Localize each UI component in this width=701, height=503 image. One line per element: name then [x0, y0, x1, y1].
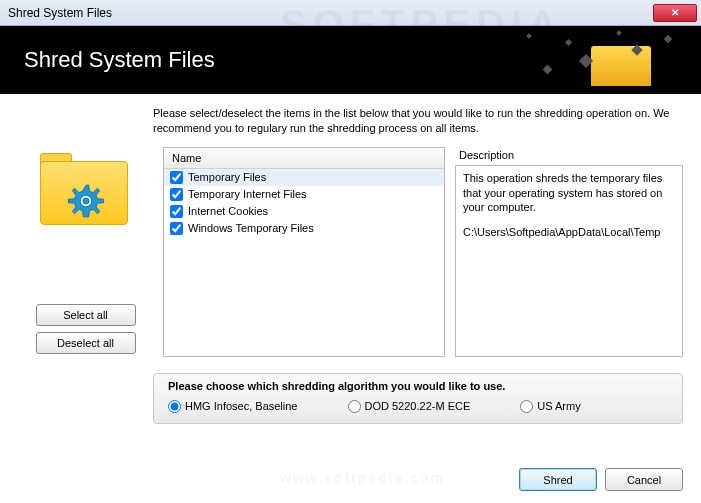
- list-header-name[interactable]: Name: [164, 148, 444, 169]
- algorithm-option[interactable]: US Army: [520, 400, 580, 413]
- deselect-all-button[interactable]: Deselect all: [36, 332, 136, 354]
- list-item[interactable]: Temporary Files: [164, 169, 444, 186]
- algorithm-label: DOD 5220.22-M ECE: [365, 400, 471, 412]
- watermark: www.softpedia.com: [280, 470, 445, 486]
- shred-button[interactable]: Shred: [519, 468, 597, 491]
- close-button[interactable]: ✕: [653, 4, 697, 22]
- algorithm-options: HMG Infosec, BaselineDOD 5220.22-M ECEUS…: [168, 400, 668, 413]
- algorithm-radio[interactable]: [520, 400, 533, 413]
- item-checkbox[interactable]: [170, 188, 183, 201]
- left-column: Select all Deselect all: [18, 147, 153, 357]
- list-item[interactable]: Temporary Internet Files: [164, 186, 444, 203]
- select-all-button[interactable]: Select all: [36, 304, 136, 326]
- description-box: This operation shreds the temporary file…: [455, 165, 683, 357]
- folder-icon: [591, 46, 651, 86]
- content-area: Please select/deselect the items in the …: [0, 94, 701, 434]
- algorithm-option[interactable]: HMG Infosec, Baseline: [168, 400, 298, 413]
- mid-row: Select all Deselect all Name Temporary F…: [18, 147, 683, 357]
- list-item[interactable]: Windows Temporary Files: [164, 220, 444, 237]
- cancel-button[interactable]: Cancel: [605, 468, 683, 491]
- footer-buttons: Shred Cancel: [519, 468, 683, 491]
- algorithm-label: HMG Infosec, Baseline: [185, 400, 298, 412]
- items-list: Name Temporary FilesTemporary Internet F…: [163, 147, 445, 357]
- header-banner: Shred System Files: [0, 26, 701, 94]
- window-title: Shred System Files: [8, 6, 653, 20]
- item-label: Temporary Internet Files: [188, 188, 307, 200]
- item-label: Temporary Files: [188, 171, 266, 183]
- algorithm-option[interactable]: DOD 5220.22-M ECE: [348, 400, 471, 413]
- description-panel: Description This operation shreds the te…: [455, 147, 683, 357]
- algorithm-group: Please choose which shredding algorithm …: [153, 373, 683, 424]
- header-title: Shred System Files: [24, 47, 215, 73]
- folder-gear-icon: [36, 147, 136, 237]
- svg-point-2: [82, 198, 88, 204]
- item-checkbox[interactable]: [170, 222, 183, 235]
- instruction-text: Please select/deselect the items in the …: [153, 106, 683, 137]
- description-path: C:\Users\Softpedia\AppData\Local\Temp: [463, 225, 675, 240]
- list-body[interactable]: Temporary FilesTemporary Internet FilesI…: [164, 169, 444, 356]
- header-art: [501, 26, 681, 94]
- algorithm-label: US Army: [537, 400, 580, 412]
- close-icon: ✕: [671, 7, 679, 18]
- item-checkbox[interactable]: [170, 205, 183, 218]
- description-header: Description: [455, 147, 683, 165]
- algorithm-radio[interactable]: [348, 400, 361, 413]
- item-checkbox[interactable]: [170, 171, 183, 184]
- algorithm-title: Please choose which shredding algorithm …: [168, 380, 668, 392]
- list-item[interactable]: Internet Cookies: [164, 203, 444, 220]
- item-label: Internet Cookies: [188, 205, 268, 217]
- titlebar: Shred System Files ✕: [0, 0, 701, 26]
- description-text: This operation shreds the temporary file…: [463, 171, 675, 216]
- item-label: Windows Temporary Files: [188, 222, 314, 234]
- algorithm-radio[interactable]: [168, 400, 181, 413]
